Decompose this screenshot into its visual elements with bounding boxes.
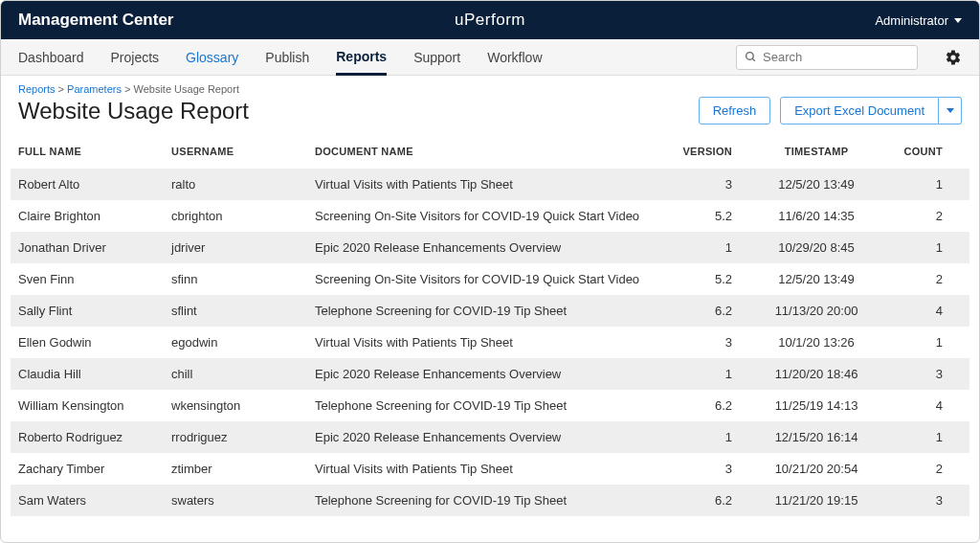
table-row[interactable]: Sally FlintsflintTelephone Screening for…: [11, 295, 969, 327]
cell-timestamp: 10/1/20 13:26: [740, 327, 893, 358]
cell-count: 2: [893, 263, 969, 295]
cell-count: 1: [893, 421, 969, 453]
col-header-count[interactable]: COUNT: [893, 134, 969, 169]
cell-count: 1: [893, 232, 969, 263]
export-button[interactable]: Export Excel Document: [780, 97, 939, 124]
nav-support[interactable]: Support: [413, 39, 460, 75]
col-header-timestamp[interactable]: TIMESTAMP: [740, 134, 893, 169]
cell-timestamp: 11/25/19 14:13: [740, 390, 893, 421]
search-icon: [745, 51, 757, 63]
cell-version: 1: [663, 232, 740, 263]
cell-document: Telephone Screening for COVID-19 Tip She…: [307, 295, 663, 327]
svg-point-0: [746, 53, 754, 60]
cell-fullname: William Kensington: [11, 390, 164, 421]
cell-document: Epic 2020 Release Enhancements Overview: [307, 358, 663, 390]
cell-timestamp: 11/20/20 18:46: [740, 358, 893, 390]
gear-icon[interactable]: [945, 49, 962, 66]
search-input[interactable]: [763, 50, 909, 64]
table-row[interactable]: Claudia HillchillEpic 2020 Release Enhan…: [11, 358, 969, 390]
app-title: Management Center: [18, 11, 173, 30]
cell-version: 5.2: [663, 200, 740, 232]
cell-document: Epic 2020 Release Enhancements Overview: [307, 421, 663, 453]
col-header-version[interactable]: VERSION: [663, 134, 740, 169]
cell-count: 4: [893, 390, 969, 421]
cell-timestamp: 11/21/20 19:15: [740, 485, 893, 516]
cell-document: Telephone Screening for COVID-19 Tip She…: [307, 485, 663, 516]
chevron-down-icon: [947, 108, 954, 113]
table-row[interactable]: Sven FinnsfinnScreening On-Site Visitors…: [11, 263, 969, 295]
cell-username: sflint: [164, 295, 307, 327]
cell-document: Virtual Visits with Patients Tip Sheet: [307, 169, 663, 200]
table-row[interactable]: Zachary TimberztimberVirtual Visits with…: [11, 453, 969, 485]
cell-version: 5.2: [663, 263, 740, 295]
cell-timestamp: 10/21/20 20:54: [740, 453, 893, 485]
breadcrumb-parameters[interactable]: Parameters: [67, 83, 122, 95]
cell-timestamp: 12/5/20 13:49: [740, 263, 893, 295]
cell-document: Telephone Screening for COVID-19 Tip She…: [307, 390, 663, 421]
table-row[interactable]: Roberto RodriguezrrodriguezEpic 2020 Rel…: [11, 421, 969, 453]
cell-fullname: Claire Brighton: [11, 200, 164, 232]
chevron-down-icon: [954, 18, 962, 23]
cell-fullname: Robert Alto: [11, 169, 164, 200]
cell-document: Epic 2020 Release Enhancements Overview: [307, 232, 663, 263]
page-title: Website Usage Report: [18, 98, 689, 124]
cell-username: rrodriguez: [164, 421, 307, 453]
svg-line-1: [752, 58, 755, 61]
cell-username: sfinn: [164, 263, 307, 295]
col-header-fullname[interactable]: FULL NAME: [11, 134, 164, 169]
cell-version: 6.2: [663, 485, 740, 516]
cell-document: Virtual Visits with Patients Tip Sheet: [307, 327, 663, 358]
breadcrumb-reports[interactable]: Reports: [18, 83, 56, 95]
table-row[interactable]: Ellen GodwinegodwinVirtual Visits with P…: [11, 327, 969, 358]
col-header-username[interactable]: USERNAME: [164, 134, 307, 169]
nav-projects[interactable]: Projects: [111, 39, 160, 75]
cell-timestamp: 11/13/20 20:00: [740, 295, 893, 327]
nav-reports[interactable]: Reports: [336, 40, 387, 76]
table-row[interactable]: Robert AltoraltoVirtual Visits with Pati…: [11, 169, 969, 200]
nav-publish[interactable]: Publish: [265, 39, 309, 75]
usage-table: FULL NAME USERNAME DOCUMENT NAME VERSION…: [11, 134, 969, 516]
brand-logo: uPerform: [455, 11, 525, 30]
cell-fullname: Claudia Hill: [11, 358, 164, 390]
col-header-document[interactable]: DOCUMENT NAME: [307, 134, 663, 169]
cell-username: swaters: [164, 485, 307, 516]
cell-version: 3: [663, 169, 740, 200]
nav-glossary[interactable]: Glossary: [186, 39, 238, 75]
cell-username: cbrighton: [164, 200, 307, 232]
cell-username: wkensington: [164, 390, 307, 421]
cell-count: 4: [893, 295, 969, 327]
cell-document: Screening On-Site Visitors for COVID-19 …: [307, 200, 663, 232]
cell-count: 2: [893, 200, 969, 232]
table-row[interactable]: Sam WatersswatersTelephone Screening for…: [11, 485, 969, 516]
refresh-button[interactable]: Refresh: [699, 97, 771, 124]
cell-username: ralto: [164, 169, 307, 200]
table-header-row: FULL NAME USERNAME DOCUMENT NAME VERSION…: [11, 134, 969, 169]
search-box[interactable]: [736, 45, 918, 70]
cell-count: 1: [893, 327, 969, 358]
cell-timestamp: 12/5/20 13:49: [740, 169, 893, 200]
topbar: Management Center uPerform Administrator: [1, 1, 979, 39]
cell-timestamp: 11/6/20 14:35: [740, 200, 893, 232]
table-row[interactable]: Jonathan DriverjdriverEpic 2020 Release …: [11, 232, 969, 263]
export-dropdown-toggle[interactable]: [939, 97, 962, 124]
cell-fullname: Sven Finn: [11, 263, 164, 295]
cell-timestamp: 10/29/20 8:45: [740, 232, 893, 263]
cell-username: chill: [164, 358, 307, 390]
nav-dashboard[interactable]: Dashboard: [18, 39, 84, 75]
cell-count: 2: [893, 453, 969, 485]
cell-version: 3: [663, 453, 740, 485]
cell-document: Virtual Visits with Patients Tip Sheet: [307, 453, 663, 485]
cell-count: 3: [893, 485, 969, 516]
table-row[interactable]: Claire BrightoncbrightonScreening On-Sit…: [11, 200, 969, 232]
cell-version: 1: [663, 421, 740, 453]
cell-document: Screening On-Site Visitors for COVID-19 …: [307, 263, 663, 295]
cell-version: 1: [663, 358, 740, 390]
cell-username: jdriver: [164, 232, 307, 263]
cell-username: egodwin: [164, 327, 307, 358]
table-row[interactable]: William KensingtonwkensingtonTelephone S…: [11, 390, 969, 421]
user-menu[interactable]: Administrator: [875, 13, 962, 28]
export-split-button: Export Excel Document: [780, 97, 962, 124]
nav-workflow[interactable]: Workflow: [487, 39, 542, 75]
cell-fullname: Ellen Godwin: [11, 327, 164, 358]
cell-count: 1: [893, 169, 969, 200]
